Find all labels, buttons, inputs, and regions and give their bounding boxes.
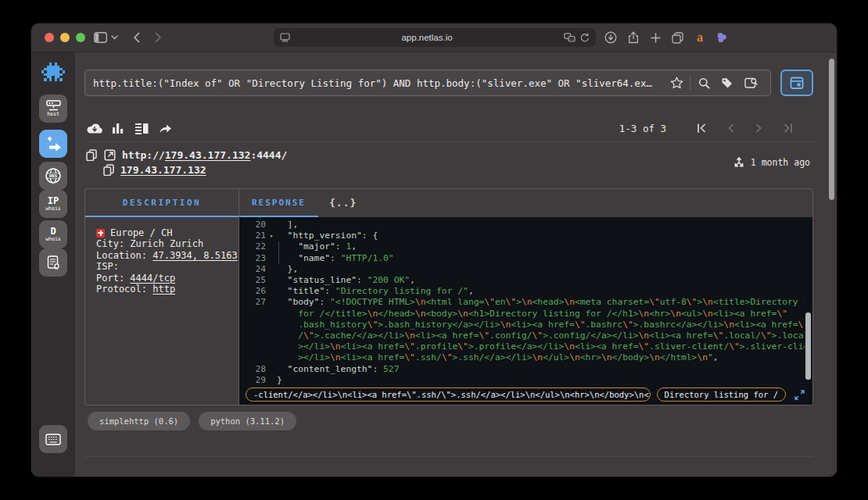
result-url[interactable]: http://179.43.177.132:4444/ bbox=[122, 149, 287, 161]
code-line: 21▾ "http_version": { bbox=[239, 230, 805, 241]
code-seg: "HTTP/1.0" bbox=[341, 253, 394, 263]
url-ip-link[interactable]: 179.43.177.132 bbox=[165, 149, 251, 161]
chevron-down-icon[interactable] bbox=[109, 30, 120, 45]
sidebar-item-domain-whois[interactable]: D whois bbox=[39, 220, 67, 248]
ip-whois-label: IP bbox=[48, 197, 59, 205]
fold-gutter bbox=[266, 275, 277, 286]
field-label: Protocol: bbox=[96, 284, 152, 295]
field-value[interactable]: http bbox=[152, 284, 175, 295]
last-page-icon[interactable] bbox=[773, 120, 802, 137]
result-ip[interactable]: 179.43.177.132 bbox=[120, 164, 206, 176]
expand-icon[interactable] bbox=[792, 388, 806, 402]
snippet-chip[interactable]: Directory listing for / bbox=[657, 388, 786, 402]
code-seg: \n bbox=[649, 352, 660, 362]
description-row: ISP: bbox=[96, 261, 239, 272]
sidebar-item-ip-whois[interactable]: IP whois bbox=[39, 190, 67, 218]
code-scrollbar[interactable] bbox=[805, 312, 811, 380]
technology-tag[interactable]: simplehttp (0.6) bbox=[88, 412, 190, 430]
back-icon[interactable] bbox=[128, 30, 144, 45]
code-seg: , bbox=[468, 286, 474, 296]
snippet-chip[interactable]: -client/</a></li>\n<li><a href=\".ssh/\"… bbox=[246, 388, 651, 402]
downloads-icon[interactable] bbox=[603, 30, 619, 45]
tab-raw-json[interactable]: {..} bbox=[318, 189, 368, 216]
stats-chart-icon[interactable] bbox=[108, 120, 128, 137]
code-text: "status_line": "200 OK", bbox=[277, 275, 805, 286]
ip-link[interactable]: 179.43.177.132 bbox=[120, 164, 206, 176]
code-seg: <li><a href= bbox=[341, 341, 405, 352]
open-external-icon[interactable] bbox=[103, 148, 117, 162]
code-seg: "name" bbox=[277, 253, 330, 263]
sidebar-item-shortcuts[interactable] bbox=[39, 425, 67, 453]
code-seg: \n bbox=[639, 330, 650, 341]
history-search-button[interactable] bbox=[780, 70, 813, 96]
domain-whois-sublabel: whois bbox=[45, 237, 61, 242]
result-ip-line: 179.43.177.132 bbox=[102, 162, 813, 177]
code-seg: </head> bbox=[378, 309, 415, 319]
fold-gutter bbox=[266, 264, 277, 275]
code-line: 27 "body": "<!DOCTYPE HTML>\n<html lang=… bbox=[239, 297, 805, 308]
tag-icon[interactable] bbox=[716, 74, 739, 91]
fold-gutter bbox=[266, 330, 277, 341]
description-row: City: Zurich Zurich bbox=[96, 238, 239, 249]
search-row: http.title:("Index of" OR "Directory Lis… bbox=[84, 70, 813, 96]
page-settings-icon[interactable] bbox=[280, 33, 290, 42]
sidebar-item-certificates[interactable] bbox=[39, 248, 67, 277]
download-results-icon[interactable] bbox=[84, 120, 105, 137]
technology-tag[interactable]: python (3.11.2) bbox=[199, 412, 296, 430]
copy-icon[interactable] bbox=[84, 148, 98, 162]
favorite-star-icon[interactable] bbox=[665, 74, 688, 91]
code-seg: .bashrc bbox=[586, 320, 623, 330]
tab-overview-icon[interactable] bbox=[669, 30, 685, 45]
extension-purple-icon[interactable] bbox=[714, 30, 730, 45]
code-seg: "title" bbox=[277, 286, 325, 296]
netlas-logo-icon[interactable] bbox=[41, 62, 65, 84]
code-seg: \n bbox=[564, 341, 575, 352]
description-row: Europe / CH bbox=[96, 227, 239, 238]
search-input[interactable]: http.title:("Index of" OR "Directory Lis… bbox=[84, 70, 771, 96]
reload-icon[interactable] bbox=[580, 33, 590, 43]
search-query-text[interactable]: http.title:("Index of" OR "Directory Lis… bbox=[93, 77, 665, 89]
address-bar[interactable]: app.netlas.io bbox=[274, 28, 596, 47]
fold-gutter bbox=[266, 297, 277, 308]
switzerland-flag-icon bbox=[96, 229, 105, 238]
tab-response[interactable]: RESPONSE bbox=[239, 189, 318, 217]
share-icon[interactable] bbox=[626, 30, 641, 45]
field-value[interactable]: 47.3934, 8.5163 bbox=[152, 250, 237, 261]
line-number bbox=[239, 309, 266, 320]
zoom-window-button[interactable] bbox=[76, 33, 85, 42]
code-seg: \" bbox=[404, 352, 415, 362]
line-number: 26 bbox=[239, 286, 266, 297]
first-page-icon[interactable] bbox=[687, 120, 716, 137]
view-layout-icon[interactable] bbox=[131, 120, 152, 137]
sidebar-item-response-search[interactable] bbox=[39, 130, 67, 158]
extension-a-icon[interactable]: a bbox=[692, 30, 708, 45]
field-value[interactable]: 4444/tcp bbox=[130, 273, 175, 284]
code-seg: >.local/</a bbox=[772, 330, 805, 341]
next-page-icon[interactable] bbox=[744, 120, 773, 137]
copy-icon[interactable] bbox=[102, 163, 115, 177]
code-seg: "status_line" bbox=[277, 275, 357, 285]
code-text: "title": "Directory listing for /", bbox=[277, 286, 805, 297]
field-label: Location: bbox=[96, 250, 152, 261]
code-line: ></li>\n<li><a href=\".ssh/\">.ssh/</a><… bbox=[239, 352, 805, 363]
forward-icon[interactable] bbox=[150, 30, 166, 45]
url-port: :4444/ bbox=[250, 149, 287, 161]
sidebar-item-host-search[interactable]: host bbox=[39, 95, 67, 123]
translate-icon[interactable] bbox=[564, 33, 576, 42]
previous-page-icon[interactable] bbox=[716, 120, 744, 137]
fold-toggle-icon[interactable]: ▾ bbox=[266, 230, 277, 241]
sidebar-toggle-icon[interactable] bbox=[92, 30, 108, 45]
search-icon[interactable] bbox=[692, 74, 716, 91]
saved-searches-icon[interactable] bbox=[739, 74, 762, 91]
tab-description[interactable]: DESCRIPTION bbox=[85, 189, 239, 217]
code-seg: } bbox=[277, 375, 282, 385]
sidebar-item-dns-search[interactable]: DNS bbox=[39, 162, 67, 190]
minimize-window-button[interactable] bbox=[60, 33, 70, 42]
share-results-icon[interactable] bbox=[155, 120, 175, 137]
page-scrollbar[interactable] bbox=[829, 59, 834, 200]
new-tab-icon[interactable] bbox=[647, 30, 663, 45]
code-text: for /</title>\n</head>\n<body>\n<h1>Dire… bbox=[277, 309, 805, 320]
close-window-button[interactable] bbox=[45, 33, 54, 42]
code-seg: <li><a href= bbox=[575, 341, 639, 352]
url-scheme: http:// bbox=[122, 149, 165, 161]
